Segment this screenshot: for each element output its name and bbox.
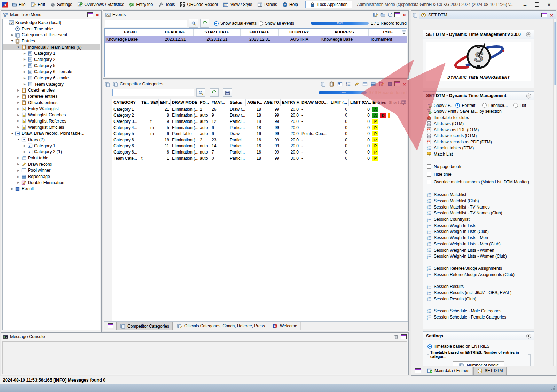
tree-maximize-button[interactable]: [87, 12, 93, 17]
clear-console-icon[interactable]: [393, 334, 399, 339]
pencil-tool-button[interactable]: [354, 81, 359, 87]
tree-expand-icon[interactable]: ▶: [22, 150, 27, 154]
drawic-tool-button[interactable]: [337, 81, 343, 87]
collapse-icon[interactable]: [526, 333, 531, 339]
tree-expand-icon[interactable]: ▶: [16, 169, 21, 172]
categories-search-button[interactable]: [196, 88, 205, 97]
tree-expand-icon[interactable]: ▶: [16, 89, 21, 92]
session-item-session-matchlist-tv-names[interactable]: 123Session Matchlist - TV Names: [423, 204, 534, 210]
events-search-button[interactable]: [189, 19, 198, 28]
column-header-status[interactable]: Status: [228, 99, 246, 106]
dtm-action-show-print-save-as-by-selection[interactable]: Show / Print / Save as... by selection: [423, 109, 534, 115]
table-row[interactable]: Category 6...6Elimination (...auto7Parti…: [112, 149, 407, 155]
tree-item-category-6-male[interactable]: ▶Category 6 - male: [3, 75, 100, 81]
tree-expand-icon[interactable]: ▶: [22, 52, 27, 55]
table-row[interactable]: Category 28Elimination (...auto9Draw r..…: [112, 112, 407, 119]
tree-item-referee-entries[interactable]: ▶Referee entries: [3, 93, 100, 100]
menu-item-edit[interactable]: Edit: [28, 1, 47, 8]
dtm-action-all-draws-dtm[interactable]: All draws (DTM): [423, 121, 534, 127]
categories-save-button[interactable]: [223, 88, 232, 97]
categories-maximize-button[interactable]: [394, 81, 400, 86]
session-item-session-weigh-in-lists-men-club[interactable]: 123Session Weigh-In Lists - Men (Club): [423, 241, 534, 247]
events-search-input[interactable]: [105, 20, 187, 27]
show-all-events-radio[interactable]: Show all events: [259, 21, 294, 26]
timetable-entries-radio[interactable]: Timetable based on ENTRIES: [427, 344, 534, 349]
undock-panel-icon[interactable]: [104, 81, 110, 87]
column-chooser-icon[interactable]: [401, 100, 406, 105]
tree-expand-icon[interactable]: ▶: [22, 83, 27, 86]
tab-main-data-entries[interactable]: Main data / Entries: [424, 367, 473, 375]
column-header-te[interactable]: TE...: [140, 99, 149, 106]
undock-panel-icon[interactable]: [412, 12, 418, 18]
tabbar-window-icon[interactable]: [108, 323, 113, 328]
column-header-draw-mode[interactable]: DRAW MODE: [171, 99, 198, 106]
tree-item-draw-draw-record-point-table[interactable]: ▼Draw, Draw record, Point table...: [3, 130, 100, 136]
session-item-session-schedule-male-categories[interactable]: 123Session Schedule - Male Categories: [423, 308, 534, 314]
categories-close-button[interactable]: ×: [402, 81, 407, 87]
column-header-po[interactable]: PO...: [198, 99, 210, 106]
event-timetable-icon[interactable]: [387, 12, 393, 17]
tree-item-double-elimination[interactable]: ▶Double-Elimination: [3, 180, 100, 186]
tree-expand-icon[interactable]: ▶: [16, 95, 21, 98]
session-item-session-referee-judge-assignments-club[interactable]: 123Session Referee/Judge Assignments (Cl…: [423, 272, 534, 278]
menu-item-settings[interactable]: Settings: [47, 1, 74, 8]
tree-expand-icon[interactable]: ▶: [16, 101, 21, 104]
tree-item-knowledge-base-local[interactable]: Knowledge Base (local): [3, 19, 100, 26]
tree-item-category-5[interactable]: ▶Category 5: [3, 63, 100, 69]
tree-item-repechage[interactable]: ▶Repechage: [3, 173, 100, 180]
tree-item-category-2[interactable]: ▶Category 2: [3, 56, 100, 63]
pages-tool-button[interactable]: [320, 81, 326, 87]
column-header-mat[interactable]: #MAT...: [210, 99, 228, 106]
events-refresh-button[interactable]: [200, 19, 209, 28]
column-header-address[interactable]: ADDRESS: [320, 29, 369, 36]
tree-expand-icon[interactable]: ▶: [10, 33, 15, 37]
edit-event-icon[interactable]: [372, 12, 378, 17]
column-header-entry-f[interactable]: ENTRY F...: [281, 99, 300, 106]
set-dtm-close-button[interactable]: ×: [549, 13, 554, 18]
column-header-short[interactable]: Short ...: [387, 99, 402, 106]
dtm-action-match-list[interactable]: Match List: [423, 151, 534, 157]
events-maximize-button[interactable]: [394, 12, 400, 17]
menu-item-panels[interactable]: Panels: [254, 1, 280, 8]
maximize-button[interactable]: [535, 2, 539, 7]
collapse-icon[interactable]: [526, 32, 531, 37]
table-row[interactable]: Category 3...f9Elimination (...auto12Par…: [112, 118, 407, 125]
menu-item-tools[interactable]: Tools: [155, 1, 177, 8]
column-header-draw-mod[interactable]: DRAW MOD...: [300, 99, 329, 106]
dtm-action-all-draw-records-as-pdf-dtm[interactable]: PDFAll draw records as PDF (DTM): [423, 139, 534, 145]
tree-item-category-1[interactable]: ▶Category 1: [3, 50, 100, 56]
tree-item-entry-waitinglist[interactable]: ▶Entry Waitinglist: [3, 106, 100, 112]
tree-item-coach-entries[interactable]: ▶Coach entries: [3, 87, 100, 94]
tree-expand-icon[interactable]: ▶: [16, 107, 21, 110]
collapse-icon[interactable]: [526, 93, 531, 99]
checkbox-hide-time[interactable]: Hide time: [423, 171, 534, 178]
resize-grip-icon[interactable]: [551, 386, 556, 391]
table-row[interactable]: Knowledge Base2023.12.312023.12.312023.1…: [105, 36, 407, 43]
session-item-session-weigh-in-lists-men[interactable]: 123Session Weigh-In Lists - Men: [423, 235, 534, 241]
tree-item-category-2-1[interactable]: ▶Category 2 (1): [3, 149, 100, 155]
session-item-session-weigh-in-lists-women-club[interactable]: 123Session Weigh-In Lists - Women (Club): [423, 253, 534, 259]
tab-officials-categories-coach-referee-press[interactable]: Officials Categories, Coach, Referee, Pr…: [173, 322, 268, 330]
tree-expand-icon[interactable]: ▶: [10, 187, 15, 190]
tree-expand-icon[interactable]: ▶: [16, 156, 21, 159]
session-item-session-schedule-female-categories[interactable]: 123Session Schedule - Female Categories: [423, 314, 534, 320]
tree-close-button[interactable]: ×: [95, 12, 100, 17]
show-print-icon[interactable]: [426, 103, 432, 108]
console-maximize-button[interactable]: [401, 334, 407, 339]
menu-item-file[interactable]: File: [9, 1, 28, 8]
session-item-session-results[interactable]: 123Session Results: [423, 283, 534, 290]
tab-set-dtm[interactable]: SET DTM: [473, 367, 506, 375]
tree-expand-icon[interactable]: ▶: [22, 58, 27, 61]
tree-expand-icon[interactable]: ▶: [22, 64, 27, 67]
list-radio[interactable]: List: [513, 103, 526, 108]
portrait-radio[interactable]: Portrait: [455, 103, 475, 108]
clipboard-tool-button[interactable]: [329, 81, 334, 87]
table-row[interactable]: Category 6...11Elimination (...auto14Par…: [112, 143, 407, 149]
show-actual-events-radio[interactable]: Show actual events: [214, 21, 257, 26]
open-event-icon[interactable]: [380, 12, 385, 17]
number-of-pools-button[interactable]: Number of pools: [453, 361, 505, 366]
show-print-label[interactable]: Show / P...: [434, 103, 453, 108]
menu-item-entry-fee[interactable]: Entry fee: [126, 1, 155, 8]
table-row[interactable]: Team Cate...t1Elimination (...auto0Parti…: [112, 155, 407, 162]
numlist-tool-button[interactable]: 123: [345, 81, 351, 87]
